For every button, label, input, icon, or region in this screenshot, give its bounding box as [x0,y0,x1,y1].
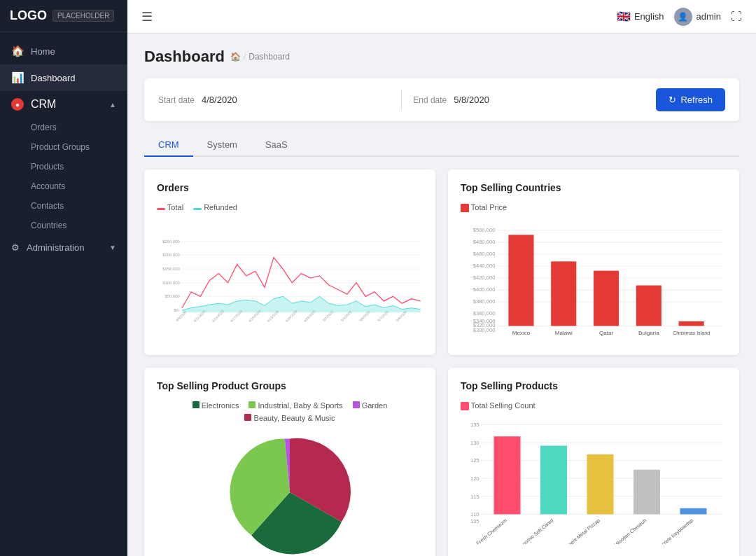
top-countries-chart-wrap: $500,000 $480,000 $460,000 $440,000 $420… [461,216,727,342]
crm-icon: ● [11,98,24,111]
refresh-button[interactable]: ↻ Refresh [656,88,725,111]
home-icon: 🏠 [11,45,24,57]
page-header: Dashboard 🏠 / Dashboard [144,48,739,66]
garden-legend-dot [353,401,360,408]
logo-badge: PLACEHOLDER [52,10,114,22]
bar-qatar [594,271,619,326]
sidebar: LOGO PLACEHOLDER 🏠 Home 📊 Dashboard ● CR… [0,0,127,556]
sidebar-item-contacts[interactable]: Contacts [31,196,127,216]
tab-saas[interactable]: SaaS [251,134,302,157]
end-date-label: End date [413,95,447,105]
sidebar-item-home-label: Home [31,46,55,57]
chevron-up-icon: ▲ [109,101,116,109]
svg-text:$460,000: $460,000 [473,251,496,257]
pie-svg [220,429,360,555]
bar-malawi [551,261,576,326]
tab-system[interactable]: System [193,134,251,157]
electronics-legend-dot [192,401,200,408]
top-products-svg: 135 130 125 120 115 110 105 [461,415,727,544]
svg-text:110: 110 [470,511,479,517]
refunded-legend-item: Refunded [193,203,237,211]
chevron-down-icon: ▼ [109,244,116,251]
pie-chart-wrap: Electronics Industrial, Baby & Sports Ga… [157,401,423,556]
sidebar-nav: 🏠 Home 📊 Dashboard ● CRM ▲ Orders Produc… [0,32,127,556]
svg-text:$200,000: $200,000 [162,253,180,257]
sidebar-item-home[interactable]: 🏠 Home [0,38,127,64]
date-filter: Start date End date ↻ Refresh [144,78,739,121]
sidebar-item-administration[interactable]: ⚙ Administration ▼ [0,235,127,260]
countries-legend: Total Price [461,203,727,212]
sidebar-item-administration-label: Administration [27,242,84,253]
refunded-fill [182,296,421,312]
total-count-legend-dot [461,402,469,410]
refunded-legend-label: Refunded [204,203,237,211]
user-menu[interactable]: 👤 admin [674,8,721,26]
orders-chart-wrap: $250,000 $200,000 $150,000 $100,000 $50,… [157,216,423,342]
sidebar-item-product-groups[interactable]: Product Groups [31,137,127,157]
topbar-right: 🇬🇧 English 👤 admin ⛶ [617,8,742,26]
svg-text:Gorgeous Fresh Cheesezm: Gorgeous Fresh Cheesezm [461,517,508,544]
svg-text:Christmas Island: Christmas Island [673,331,710,336]
svg-text:Small Concrete Keyboardsp: Small Concrete Keyboardsp [643,517,694,544]
topbar-left: ☰ [141,9,153,25]
sidebar-item-accounts[interactable]: Accounts [31,176,127,196]
start-date-input[interactable] [202,95,390,105]
top-product-groups-title: Top Selling Product Groups [157,380,423,391]
crm-header-left: ● CRM [11,98,56,111]
content-area: Dashboard 🏠 / Dashboard Start date End d… [127,34,756,556]
bar-small-concrete [680,508,707,515]
start-date-field: Start date [158,95,390,105]
language-selector[interactable]: 🇬🇧 English [617,10,664,23]
beauty-legend: Beauty, Beauty & Music [244,414,335,422]
bar-ergonomic-soft [540,446,567,515]
fullscreen-button[interactable]: ⛶ [731,11,742,23]
refresh-icon: ↻ [668,95,676,105]
sidebar-item-dashboard[interactable]: 📊 Dashboard [0,64,127,91]
bar-christmas-island [679,321,704,326]
svg-text:125: 125 [470,457,479,464]
chart-tabs: CRM System SaaS [144,134,739,157]
sidebar-item-dashboard-label: Dashboard [31,73,76,83]
bar-gorgeous-fresh [494,436,521,514]
hamburger-icon[interactable]: ☰ [141,9,153,25]
industrial-legend: Industrial, Baby & Sports [248,401,342,410]
orders-chart-card: Orders Total Refunded [144,169,435,355]
breadcrumb-separator: / [244,52,246,62]
top-products-chart-wrap: 135 130 125 120 115 110 105 [461,415,727,541]
svg-text:$500,000: $500,000 [473,227,496,233]
sidebar-item-crm[interactable]: ● CRM ▲ [0,91,127,118]
svg-text:$380,000: $380,000 [473,298,496,305]
sidebar-item-orders[interactable]: Orders [31,118,127,137]
pie-legend: Electronics Industrial, Baby & Sports Ga… [157,401,423,422]
sidebar-item-countries[interactable]: Countries [31,216,127,235]
top-products-title: Top Selling Products [461,380,727,391]
logo: LOGO PLACEHOLDER [0,0,127,32]
orders-chart-svg: $250,000 $200,000 $150,000 $100,000 $50,… [157,216,423,338]
svg-text:115: 115 [470,494,479,500]
svg-text:$360,000: $360,000 [473,310,496,317]
svg-text:Bulgaria: Bulgaria [638,330,659,336]
garden-legend: Garden [353,401,388,410]
sidebar-item-products[interactable]: Products [31,157,127,176]
breadcrumb-current: Dashboard [248,52,290,62]
bar-refined-wooden [634,470,660,515]
bar-mexico [508,235,533,326]
top-product-groups-chart-card: Top Selling Product Groups Electronics I… [144,368,435,556]
main-area: ☰ 🇬🇧 English 👤 admin ⛶ Dashboard 🏠 / Das… [127,0,756,556]
tab-crm[interactable]: CRM [144,134,193,157]
language-label: English [634,11,664,22]
svg-text:135: 135 [470,422,479,428]
breadcrumb: 🏠 / Dashboard [230,52,290,62]
avatar: 👤 [674,8,692,26]
sidebar-item-crm-label: CRM [31,98,56,111]
date-divider [401,90,402,111]
svg-text:Mexico: Mexico [512,330,531,336]
total-legend-dot [157,208,165,210]
svg-text:Ergonomic Soft Cared: Ergonomic Soft Cared [514,517,555,544]
total-legend-label: Total [167,203,183,211]
svg-text:$100,000: $100,000 [162,281,180,285]
charts-grid: Orders Total Refunded [144,169,739,556]
refresh-label: Refresh [680,95,713,105]
end-date-input[interactable] [454,95,645,105]
svg-text:$480,000: $480,000 [473,239,496,245]
